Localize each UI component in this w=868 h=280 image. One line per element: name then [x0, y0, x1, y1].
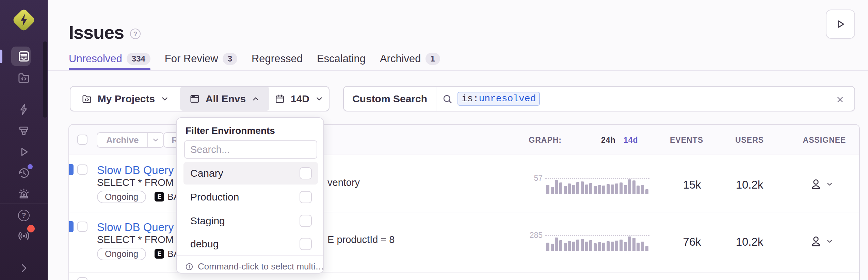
env-option-debug[interactable]: debug: [183, 233, 318, 255]
person-icon: [809, 235, 822, 248]
sidebar-item-help[interactable]: ?: [16, 208, 31, 223]
dropdown-footer-text: Command-click to select multi…: [198, 261, 324, 272]
row-checkbox[interactable]: [77, 222, 87, 232]
help-icon[interactable]: ?: [130, 29, 141, 39]
replay-play-button[interactable]: [826, 10, 855, 39]
sidebar-item-issues[interactable]: [16, 49, 31, 64]
dropdown-footer: Command-click to select multi…: [185, 259, 324, 274]
tab-label: Unresolved: [69, 53, 122, 65]
search-icon: [442, 93, 453, 105]
graph-period-14d[interactable]: 14d: [624, 125, 638, 155]
env-option-staging[interactable]: Staging: [183, 210, 318, 232]
column-header-users: USERS: [722, 125, 777, 155]
sidebar-item-session-history[interactable]: [16, 165, 31, 180]
row-checkbox[interactable]: [77, 277, 87, 280]
dropdown-title: Filter Environments: [186, 125, 275, 136]
env-option-label: Production: [190, 191, 239, 203]
issue-subtitle-right: ventory: [327, 177, 360, 188]
tab-label: Escalating: [317, 53, 366, 65]
assignee-selector[interactable]: [809, 178, 833, 191]
issue-title-link[interactable]: Slow DB Query: [97, 221, 174, 234]
sidebar-item-profiling[interactable]: [16, 123, 31, 138]
env-option-label: Canary: [190, 168, 223, 179]
date-range-label: 14D: [291, 93, 309, 105]
sidebar-item-replays[interactable]: [16, 144, 31, 159]
notification-dot-purple: [28, 164, 33, 169]
tabs-bottom-border: [48, 70, 868, 71]
sidebar-item-expand[interactable]: [16, 261, 31, 276]
unread-indicator: [69, 221, 74, 232]
notification-dot-red: [27, 225, 35, 232]
issues-page: ? Issues ? Unresolved 334: [0, 0, 868, 280]
column-header-graph: GRAPH:: [511, 125, 562, 155]
sidebar-item-explore[interactable]: [16, 70, 31, 85]
token-value: unresolved: [479, 93, 536, 104]
sidebar-item-whats-new[interactable]: [16, 228, 31, 243]
project-filter-button[interactable]: My Projects: [70, 87, 180, 111]
event-sparkline: [546, 236, 648, 251]
chevron-down-icon: [160, 94, 169, 103]
person-icon: [809, 178, 822, 191]
tab-count-badge: 3: [223, 53, 237, 65]
issue-title-link[interactable]: Slow DB Query: [97, 163, 174, 177]
date-range-filter-button[interactable]: 14D: [269, 87, 329, 111]
tab-escalating[interactable]: Escalating: [317, 53, 366, 65]
chevron-up-icon: [251, 94, 260, 103]
environment-search-input[interactable]: [184, 140, 317, 159]
search-divider: [436, 87, 436, 111]
env-option-label: debug: [190, 238, 219, 250]
calendar-icon: [274, 93, 285, 104]
column-header-events: EVENTS: [659, 125, 714, 155]
question-icon: ?: [18, 210, 30, 221]
env-option-canary[interactable]: Canary: [183, 162, 318, 185]
env-option-label: Staging: [190, 215, 225, 227]
tab-count-badge: 334: [127, 53, 150, 65]
dropdown-separator: [177, 255, 323, 256]
custom-search-button[interactable]: Custom Search: [344, 87, 436, 111]
row-checkbox[interactable]: [77, 164, 87, 175]
events-count: 15k: [665, 179, 719, 191]
tab-label: Regressed: [252, 53, 303, 65]
env-option-checkbox[interactable]: [300, 215, 312, 227]
tab-unresolved[interactable]: Unresolved 334: [69, 53, 150, 65]
issue-badges: Ongoing E BAC: [97, 191, 186, 203]
unread-indicator: [69, 164, 74, 175]
sentry-logo[interactable]: [13, 9, 35, 31]
custom-search-label: Custom Search: [352, 93, 427, 105]
assignee-selector[interactable]: [809, 235, 833, 248]
sidebar-item-alerts[interactable]: [16, 187, 31, 202]
play-icon: [834, 18, 847, 30]
env-option-checkbox[interactable]: [300, 191, 312, 203]
lightning-bolt-icon: [17, 13, 31, 28]
archive-dropdown-button[interactable]: [147, 133, 163, 147]
users-count: 10.2k: [722, 179, 777, 191]
env-option-production[interactable]: Production: [183, 186, 318, 208]
tab-label: For Review: [165, 53, 218, 65]
select-all-checkbox[interactable]: [77, 135, 87, 145]
sidebar-divider: [0, 204, 48, 204]
active-nav-indicator: [0, 50, 2, 63]
tab-regressed[interactable]: Regressed: [252, 53, 303, 65]
archive-button[interactable]: Archive: [97, 133, 147, 147]
sidebar-scrollbar-thumb[interactable]: [43, 41, 47, 118]
project-avatar: E: [155, 249, 164, 259]
environment-filter-button[interactable]: All Envs: [180, 87, 269, 111]
tab-label: Archived: [380, 53, 421, 65]
users-count: 10.2k: [722, 236, 777, 248]
tab-count-badge: 1: [425, 53, 440, 65]
clear-search-icon[interactable]: [835, 95, 845, 104]
status-badge: Ongoing: [97, 191, 146, 203]
lightning-icon: [17, 103, 31, 116]
tab-for-review[interactable]: For Review 3: [165, 53, 237, 65]
tab-archived[interactable]: Archived 1: [380, 53, 440, 65]
search-token-is-unresolved[interactable]: is:unresolved: [457, 92, 540, 106]
play-icon: [17, 145, 31, 159]
project-avatar: E: [155, 192, 164, 202]
graph-max-line: [545, 178, 649, 179]
env-option-checkbox[interactable]: [300, 238, 312, 250]
info-icon: [185, 262, 194, 271]
graph-period-24h[interactable]: 24h: [601, 125, 616, 155]
env-option-checkbox[interactable]: [300, 167, 312, 179]
sidebar-item-performance[interactable]: [16, 102, 31, 117]
issue-badges: Ongoing E BAC: [97, 248, 186, 260]
